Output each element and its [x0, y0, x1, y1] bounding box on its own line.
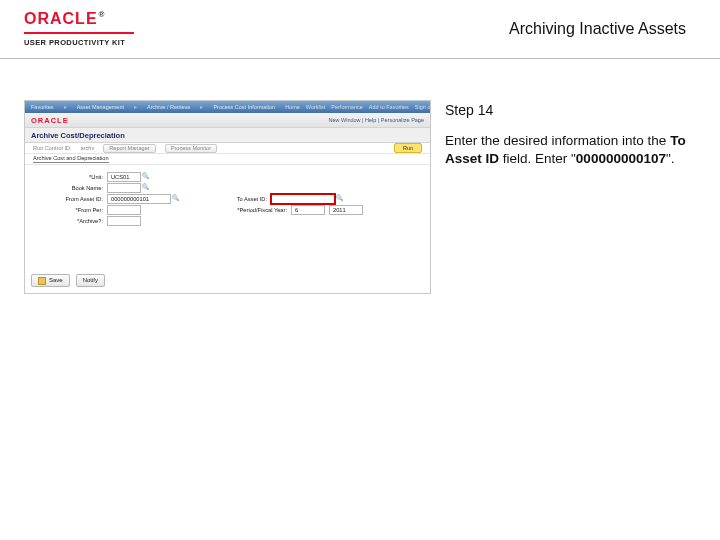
link-signout[interactable]: Sign out [415, 104, 430, 110]
instr-post: ". [666, 151, 675, 166]
run-button[interactable]: Run [394, 143, 422, 153]
to-period-input[interactable]: 6 [291, 205, 325, 215]
step-label: Step 14 [445, 102, 493, 118]
brand-underline [24, 32, 134, 34]
save-button[interactable]: Save [31, 274, 70, 287]
page-header: ORACLE® USER PRODUCTIVITY KIT Archiving … [0, 0, 720, 58]
registered-icon: ® [99, 10, 106, 19]
to-asset-input[interactable] [271, 194, 335, 204]
instr-pre: Enter the desired information into the [445, 133, 670, 148]
menu-process-cost[interactable]: Process Cost Information [213, 104, 275, 110]
report-manager-link[interactable]: Report Manager [103, 144, 155, 153]
notify-label: Notify [83, 275, 98, 286]
form-area: *Unit: UCS01 🔍 Book Name: 🔍 From Asset I… [25, 165, 430, 230]
brand-band: ORACLE New Window | Help | Personalize P… [25, 113, 430, 127]
runctrl-label: Run Control ID: [33, 145, 72, 151]
tab-archive-cost[interactable]: Archive Cost and Depreciation [33, 155, 109, 163]
action-buttons: Save Notify [31, 274, 105, 287]
book-input[interactable] [107, 183, 141, 193]
brand-block: ORACLE® USER PRODUCTIVITY KIT [24, 11, 134, 47]
embedded-screenshot: Favorites ▸ Asset Management ▸ Archive /… [24, 100, 431, 294]
link-add-fav[interactable]: Add to Favorites [369, 104, 409, 110]
instr-mid: field. Enter " [499, 151, 576, 166]
upk-label: USER PRODUCTIVITY KIT [24, 38, 134, 47]
save-label: Save [49, 275, 63, 286]
oracle-text: ORACLE [24, 10, 98, 27]
menu-right-group: Home Worklist Performance Add to Favorit… [285, 104, 430, 110]
save-icon [38, 277, 46, 285]
sub-tab-bar: Archive Cost and Depreciation [25, 154, 430, 165]
step-instruction: Enter the desired information into the T… [445, 132, 695, 167]
window-help-links[interactable]: New Window | Help | Personalize Page [329, 117, 425, 123]
inner-page-title: Archive Cost/Depreciation [25, 127, 430, 143]
lookup-icon[interactable]: 🔍 [142, 184, 149, 191]
notify-button[interactable]: Notify [76, 274, 105, 287]
instr-value: 000000000107 [576, 151, 666, 166]
primary-menu-bar: Favorites ▸ Asset Management ▸ Archive /… [25, 101, 430, 113]
to-fy-input[interactable]: 2011 [329, 205, 363, 215]
menu-archive[interactable]: Archive / Retrieve [147, 104, 190, 110]
to-asset-label: To Asset ID: [209, 196, 271, 202]
unit-label: *Unit: [35, 174, 107, 180]
from-per-label: *From Per: [35, 207, 107, 213]
from-asset-input[interactable]: 000000000101 [107, 194, 171, 204]
header-divider [0, 58, 720, 59]
link-worklist[interactable]: Worklist [306, 104, 325, 110]
menu-favorites[interactable]: Favorites [31, 104, 54, 110]
link-performance[interactable]: Performance [331, 104, 363, 110]
runctrl-value: archv [81, 145, 95, 151]
book-label: Book Name: [35, 185, 107, 191]
unit-input[interactable]: UCS01 [107, 172, 141, 182]
menu-sep: ▸ [200, 104, 203, 110]
to-per-label: *Period/Fiscal Year: [209, 207, 291, 213]
action-input[interactable] [107, 216, 141, 226]
from-asset-label: From Asset ID: [35, 196, 107, 202]
lookup-icon[interactable]: 🔍 [172, 195, 179, 202]
menu-sep: ▸ [134, 104, 137, 110]
process-monitor-link[interactable]: Process Monitor [165, 144, 217, 153]
lookup-icon[interactable]: 🔍 [336, 195, 343, 202]
action-label: *Archive?: [35, 218, 107, 224]
mini-oracle-logo: ORACLE [31, 116, 69, 125]
from-per-input[interactable] [107, 205, 141, 215]
lookup-icon[interactable]: 🔍 [142, 173, 149, 180]
menu-asset-mgmt[interactable]: Asset Management [77, 104, 124, 110]
menu-sep: ▸ [64, 104, 67, 110]
oracle-logo: ORACLE® [24, 11, 134, 27]
run-toolbar: Run Control ID: archv Report Manager Pro… [25, 143, 430, 154]
link-home[interactable]: Home [285, 104, 300, 110]
page-title: Archiving Inactive Assets [509, 20, 686, 38]
